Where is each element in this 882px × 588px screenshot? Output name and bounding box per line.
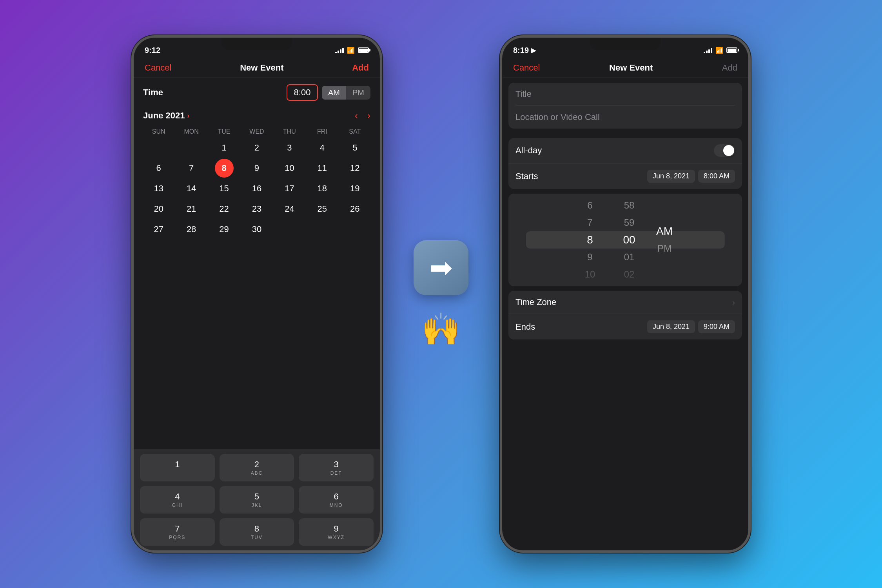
key-7[interactable]: 7PQRS: [140, 518, 215, 546]
am-button[interactable]: AM: [322, 86, 346, 100]
starts-date-badge[interactable]: Jun 8, 2021: [647, 170, 695, 183]
calendar-nav: ‹ ›: [355, 110, 370, 121]
time-section: Time 8:00 AM PM: [134, 78, 380, 107]
cancel-button-left[interactable]: Cancel: [145, 63, 171, 73]
nav-title-left: New Event: [240, 63, 283, 73]
key-1[interactable]: 1: [140, 454, 215, 481]
time-picker: 5 6 7 8 9 10 11 57 58 59: [508, 194, 742, 286]
wifi-icon-right: 📶: [715, 47, 723, 54]
key-6[interactable]: 6MNO: [299, 486, 374, 514]
starts-time-badge[interactable]: 8:00 AM: [698, 170, 735, 183]
pm-button[interactable]: PM: [346, 86, 370, 100]
status-time-left: 9:12: [145, 46, 160, 55]
middle-section: ➡ 🙌: [414, 240, 468, 348]
chevron-right-icon: ›: [732, 298, 735, 307]
ends-time-badge[interactable]: 9:00 AM: [698, 320, 735, 333]
day-header-thu: THU: [274, 127, 305, 137]
cal-day-18[interactable]: 18: [313, 179, 332, 198]
calendar-prev-button[interactable]: ‹: [355, 110, 358, 121]
settings-section: All-day Starts Jun 8, 2021 8:00 AM: [508, 138, 742, 189]
picker-hour-11: 11: [570, 283, 610, 286]
notch-right: [590, 38, 661, 50]
calendar-next-button[interactable]: ›: [367, 110, 370, 121]
day-header-sun: SUN: [143, 127, 174, 137]
time-label: Time: [143, 87, 163, 98]
calendar-section: June 2021 › ‹ › SUN MON TUE WED: [134, 107, 380, 242]
location-arrow-icon: ▶: [531, 47, 536, 54]
cal-day-27[interactable]: 27: [149, 220, 168, 239]
ends-row: Ends Jun 8, 2021 9:00 AM: [508, 314, 742, 339]
ends-badges: Jun 8, 2021 9:00 AM: [647, 320, 735, 333]
cal-day-10[interactable]: 10: [280, 159, 299, 178]
cal-day-11[interactable]: 11: [313, 159, 332, 178]
picker-hour-9: 9: [570, 249, 610, 266]
cal-day-21[interactable]: 21: [182, 200, 201, 218]
signal-icon-left: [335, 47, 344, 53]
starts-label: Starts: [515, 171, 538, 181]
cal-day-3[interactable]: 3: [280, 138, 299, 157]
calendar-chevron-icon[interactable]: ›: [187, 112, 189, 120]
arrow-emoji: ➡: [414, 240, 468, 295]
cal-day-8[interactable]: 8: [215, 159, 234, 178]
title-placeholder: Title: [515, 89, 532, 99]
timezone-row[interactable]: Time Zone ›: [508, 291, 742, 314]
cal-day-17[interactable]: 17: [280, 179, 299, 198]
allday-toggle[interactable]: [714, 144, 735, 157]
cal-day-9[interactable]: 9: [247, 159, 266, 178]
title-field[interactable]: Title: [508, 83, 742, 105]
phone-right: 8:19 ▶ 📶 Canc: [500, 35, 751, 553]
cal-day-29[interactable]: 29: [215, 220, 234, 239]
cal-day-7[interactable]: 7: [182, 159, 201, 178]
allday-label: All-day: [515, 145, 542, 156]
cal-day-22[interactable]: 22: [215, 200, 234, 218]
location-field[interactable]: Location or Video Call: [508, 106, 742, 129]
cal-day-16[interactable]: 16: [247, 179, 266, 198]
picker-min-01: 01: [610, 249, 649, 266]
toggle-knob: [723, 145, 734, 156]
cal-day-23[interactable]: 23: [247, 200, 266, 218]
wifi-icon-left: 📶: [347, 47, 355, 54]
cal-day-6[interactable]: 6: [149, 159, 168, 178]
cal-day-empty5: [345, 220, 364, 239]
cal-day-14[interactable]: 14: [182, 179, 201, 198]
day-header-fri: FRI: [307, 127, 338, 137]
bottom-sections: Time Zone › Ends Jun 8, 2021 9:00 AM: [508, 291, 742, 339]
cal-day-26[interactable]: 26: [345, 200, 364, 218]
cal-day-19[interactable]: 19: [345, 179, 364, 198]
picker-hour-10: 10: [570, 266, 610, 283]
add-button-right[interactable]: Add: [722, 63, 737, 73]
cal-day-28[interactable]: 28: [182, 220, 201, 239]
cal-day-empty3: [280, 220, 299, 239]
key-2[interactable]: 2ABC: [220, 454, 294, 481]
location-placeholder: Location or Video Call: [515, 112, 600, 122]
cal-day-empty4: [313, 220, 332, 239]
time-display[interactable]: 8:00: [287, 84, 318, 101]
cal-day-30[interactable]: 30: [247, 220, 266, 239]
signal-icon-right: [704, 47, 712, 53]
cal-day-15[interactable]: 15: [215, 179, 234, 198]
cal-day-12[interactable]: 12: [345, 159, 364, 178]
key-8[interactable]: 8TUV: [220, 518, 294, 546]
ends-label: Ends: [515, 322, 535, 332]
key-5[interactable]: 5JKL: [220, 486, 294, 514]
cal-day-4[interactable]: 4: [313, 138, 332, 157]
cal-day-20[interactable]: 20: [149, 200, 168, 218]
cal-day-5[interactable]: 5: [345, 138, 364, 157]
cal-day-25[interactable]: 25: [313, 200, 332, 218]
cal-day-13[interactable]: 13: [149, 179, 168, 198]
cal-day-2[interactable]: 2: [247, 138, 266, 157]
cal-day-1[interactable]: 1: [215, 138, 234, 157]
nav-bar-right: Cancel New Event Add: [502, 60, 748, 78]
scene: 9:12 📶 Cancel New Event: [0, 0, 882, 588]
cancel-button-right[interactable]: Cancel: [513, 63, 540, 73]
cal-day-24[interactable]: 24: [280, 200, 299, 218]
key-9[interactable]: 9WXYZ: [299, 518, 374, 546]
key-4[interactable]: 4GHI: [140, 486, 215, 514]
picker-min-58: 58: [610, 197, 649, 214]
ends-date-badge[interactable]: Jun 8, 2021: [647, 320, 695, 333]
status-time-right: 8:19: [513, 46, 529, 55]
picker-hour-7: 7: [570, 214, 610, 231]
key-3[interactable]: 3DEF: [299, 454, 374, 481]
picker-hour-6: 6: [570, 197, 610, 214]
add-button-left[interactable]: Add: [352, 63, 369, 73]
